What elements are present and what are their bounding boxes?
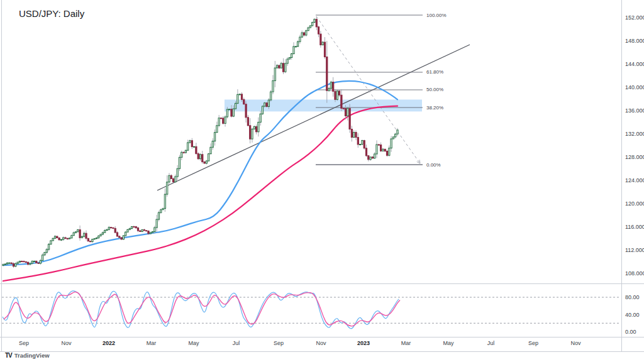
fib-label: 38.20% bbox=[426, 105, 443, 111]
candlesticks bbox=[3, 16, 398, 268]
pane-borders bbox=[0, 0, 644, 352]
fib-label: 61.80% bbox=[426, 69, 443, 75]
chart-title: USD/JPY: Daily bbox=[19, 8, 84, 19]
fib-label: 0.00% bbox=[426, 162, 441, 168]
axis-labels: 152.000148.000144.000140.000136.000132.0… bbox=[19, 14, 644, 346]
tradingview-brand-label: TradingView bbox=[14, 352, 50, 359]
fib-label: 50.00% bbox=[426, 87, 443, 92]
time-axis[interactable] bbox=[0, 337, 621, 351]
chart-canvas[interactable]: 100.00%61.80%50.00%38.20%0.00%152.000148… bbox=[0, 0, 644, 362]
tradingview-logo[interactable]: TV TradingView bbox=[5, 352, 50, 359]
price-axis[interactable] bbox=[621, 0, 644, 351]
fib-label: 100.00% bbox=[426, 13, 447, 18]
tradingview-chart-window: USD/JPY: Daily 100.00%61.80%50.00%38.20%… bbox=[0, 0, 644, 362]
stochastic-pane bbox=[2, 291, 619, 329]
tradingview-logo-icon: TV bbox=[5, 352, 12, 359]
